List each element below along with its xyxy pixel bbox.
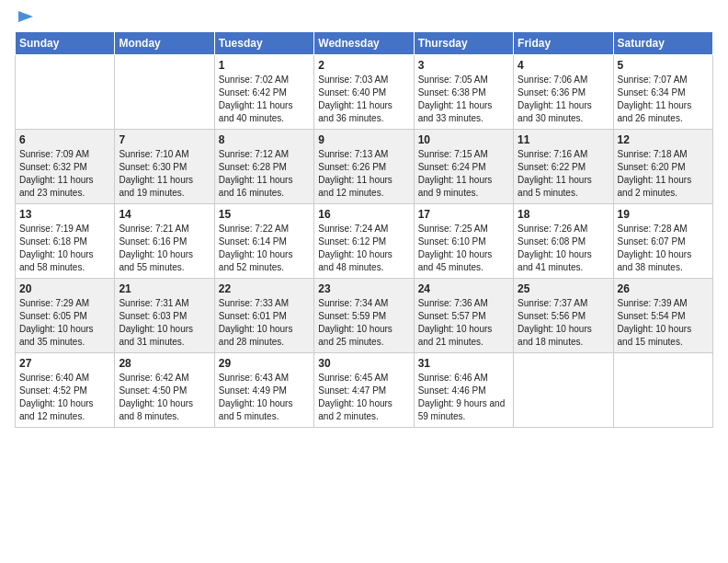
calendar-cell: 24Sunrise: 7:36 AM Sunset: 5:57 PM Dayli…: [414, 279, 513, 353]
day-number: 17: [418, 208, 509, 221]
calendar-cell: 11Sunrise: 7:16 AM Sunset: 6:22 PM Dayli…: [514, 130, 613, 204]
calendar-cell: [613, 353, 712, 428]
day-info: Sunrise: 6:40 AM Sunset: 4:52 PM Dayligh…: [19, 372, 110, 423]
day-info: Sunrise: 6:43 AM Sunset: 4:49 PM Dayligh…: [219, 372, 310, 423]
day-info: Sunrise: 7:02 AM Sunset: 6:42 PM Dayligh…: [219, 74, 310, 125]
calendar-cell: [16, 55, 115, 130]
weekday-header-wednesday: Wednesday: [314, 32, 414, 55]
day-info: Sunrise: 7:36 AM Sunset: 5:57 PM Dayligh…: [418, 297, 509, 349]
weekday-row: SundayMondayTuesdayWednesdayThursdayFrid…: [16, 32, 713, 55]
day-number: 31: [418, 357, 509, 370]
day-number: 18: [518, 208, 609, 221]
day-info: Sunrise: 7:12 AM Sunset: 6:28 PM Dayligh…: [219, 148, 310, 200]
day-number: 15: [219, 208, 310, 221]
day-number: 7: [119, 133, 210, 146]
calendar-week-row: 27Sunrise: 6:40 AM Sunset: 4:52 PM Dayli…: [16, 353, 713, 428]
calendar-cell: 31Sunrise: 6:46 AM Sunset: 4:46 PM Dayli…: [414, 353, 513, 428]
calendar-cell: 27Sunrise: 6:40 AM Sunset: 4:52 PM Dayli…: [16, 353, 115, 428]
day-info: Sunrise: 7:21 AM Sunset: 6:16 PM Dayligh…: [119, 223, 210, 274]
day-info: Sunrise: 7:29 AM Sunset: 6:05 PM Dayligh…: [19, 297, 110, 349]
day-number: 4: [518, 59, 609, 72]
day-info: Sunrise: 6:42 AM Sunset: 4:50 PM Dayligh…: [119, 372, 210, 423]
calendar-cell: 26Sunrise: 7:39 AM Sunset: 5:54 PM Dayli…: [613, 279, 712, 353]
weekday-header-monday: Monday: [115, 32, 214, 55]
day-info: Sunrise: 7:33 AM Sunset: 6:01 PM Dayligh…: [219, 297, 310, 349]
day-info: Sunrise: 7:31 AM Sunset: 6:03 PM Dayligh…: [119, 297, 210, 349]
weekday-header-friday: Friday: [514, 32, 613, 55]
day-number: 8: [219, 133, 310, 146]
calendar-cell: 5Sunrise: 7:07 AM Sunset: 6:34 PM Daylig…: [613, 55, 712, 130]
day-number: 24: [418, 282, 509, 295]
calendar-cell: 30Sunrise: 6:45 AM Sunset: 4:47 PM Dayli…: [314, 353, 414, 428]
day-info: Sunrise: 6:46 AM Sunset: 4:46 PM Dayligh…: [418, 372, 509, 423]
day-info: Sunrise: 7:39 AM Sunset: 5:54 PM Dayligh…: [618, 297, 709, 349]
svg-marker-0: [18, 11, 33, 22]
calendar-cell: 25Sunrise: 7:37 AM Sunset: 5:56 PM Dayli…: [514, 279, 613, 353]
calendar-cell: 12Sunrise: 7:18 AM Sunset: 6:20 PM Dayli…: [613, 130, 712, 204]
calendar-week-row: 6Sunrise: 7:09 AM Sunset: 6:32 PM Daylig…: [16, 130, 713, 204]
day-info: Sunrise: 7:05 AM Sunset: 6:38 PM Dayligh…: [418, 74, 509, 125]
day-number: 13: [19, 208, 110, 221]
calendar-cell: 13Sunrise: 7:19 AM Sunset: 6:18 PM Dayli…: [16, 204, 115, 279]
day-number: 21: [119, 282, 210, 295]
calendar-cell: 3Sunrise: 7:05 AM Sunset: 6:38 PM Daylig…: [414, 55, 513, 130]
day-info: Sunrise: 7:10 AM Sunset: 6:30 PM Dayligh…: [119, 148, 210, 200]
day-number: 9: [318, 133, 409, 146]
day-number: 29: [219, 357, 310, 370]
day-number: 10: [418, 133, 509, 146]
calendar-cell: 4Sunrise: 7:06 AM Sunset: 6:36 PM Daylig…: [514, 55, 613, 130]
day-info: Sunrise: 7:28 AM Sunset: 6:07 PM Dayligh…: [618, 223, 709, 274]
weekday-header-sunday: Sunday: [16, 32, 115, 55]
day-number: 16: [318, 208, 409, 221]
calendar-cell: 15Sunrise: 7:22 AM Sunset: 6:14 PM Dayli…: [214, 204, 313, 279]
day-info: Sunrise: 7:09 AM Sunset: 6:32 PM Dayligh…: [19, 148, 110, 200]
day-info: Sunrise: 7:07 AM Sunset: 6:34 PM Dayligh…: [618, 74, 709, 125]
day-info: Sunrise: 7:34 AM Sunset: 5:59 PM Dayligh…: [318, 297, 409, 349]
calendar-cell: 1Sunrise: 7:02 AM Sunset: 6:42 PM Daylig…: [214, 55, 313, 130]
calendar-cell: 22Sunrise: 7:33 AM Sunset: 6:01 PM Dayli…: [214, 279, 313, 353]
day-info: Sunrise: 7:19 AM Sunset: 6:18 PM Dayligh…: [19, 223, 110, 274]
calendar-cell: 21Sunrise: 7:31 AM Sunset: 6:03 PM Dayli…: [115, 279, 214, 353]
calendar-cell: 10Sunrise: 7:15 AM Sunset: 6:24 PM Dayli…: [414, 130, 513, 204]
calendar-cell: 7Sunrise: 7:10 AM Sunset: 6:30 PM Daylig…: [115, 130, 214, 204]
calendar-cell: 20Sunrise: 7:29 AM Sunset: 6:05 PM Dayli…: [16, 279, 115, 353]
day-info: Sunrise: 7:18 AM Sunset: 6:20 PM Dayligh…: [618, 148, 709, 200]
calendar-cell: 16Sunrise: 7:24 AM Sunset: 6:12 PM Dayli…: [314, 204, 414, 279]
calendar-cell: 28Sunrise: 6:42 AM Sunset: 4:50 PM Dayli…: [115, 353, 214, 428]
day-info: Sunrise: 7:24 AM Sunset: 6:12 PM Dayligh…: [318, 223, 409, 274]
day-number: 11: [518, 133, 609, 146]
calendar-cell: 29Sunrise: 6:43 AM Sunset: 4:49 PM Dayli…: [214, 353, 313, 428]
day-info: Sunrise: 7:15 AM Sunset: 6:24 PM Dayligh…: [418, 148, 509, 200]
calendar-cell: 2Sunrise: 7:03 AM Sunset: 6:40 PM Daylig…: [314, 55, 414, 130]
calendar-week-row: 13Sunrise: 7:19 AM Sunset: 6:18 PM Dayli…: [16, 204, 713, 279]
calendar-header: SundayMondayTuesdayWednesdayThursdayFrid…: [16, 32, 713, 55]
day-number: 30: [318, 357, 409, 370]
day-number: 5: [618, 59, 709, 72]
day-number: 23: [318, 282, 409, 295]
day-number: 3: [418, 59, 509, 72]
calendar-cell: [514, 353, 613, 428]
day-info: Sunrise: 7:06 AM Sunset: 6:36 PM Dayligh…: [518, 74, 609, 125]
day-info: Sunrise: 7:22 AM Sunset: 6:14 PM Dayligh…: [219, 223, 310, 274]
day-info: Sunrise: 7:03 AM Sunset: 6:40 PM Dayligh…: [318, 74, 409, 125]
day-number: 19: [618, 208, 709, 221]
calendar-cell: 14Sunrise: 7:21 AM Sunset: 6:16 PM Dayli…: [115, 204, 214, 279]
weekday-header-tuesday: Tuesday: [214, 32, 313, 55]
calendar-table: SundayMondayTuesdayWednesdayThursdayFrid…: [15, 31, 713, 428]
day-number: 27: [19, 357, 110, 370]
calendar-cell: 23Sunrise: 7:34 AM Sunset: 5:59 PM Dayli…: [314, 279, 414, 353]
calendar-cell: 19Sunrise: 7:28 AM Sunset: 6:07 PM Dayli…: [613, 204, 712, 279]
day-number: 6: [19, 133, 110, 146]
day-number: 28: [119, 357, 210, 370]
calendar-week-row: 1Sunrise: 7:02 AM Sunset: 6:42 PM Daylig…: [16, 55, 713, 130]
day-info: Sunrise: 6:45 AM Sunset: 4:47 PM Dayligh…: [318, 372, 409, 423]
day-number: 25: [518, 282, 609, 295]
calendar-body: 1Sunrise: 7:02 AM Sunset: 6:42 PM Daylig…: [16, 55, 713, 428]
weekday-header-saturday: Saturday: [613, 32, 712, 55]
calendar-cell: 6Sunrise: 7:09 AM Sunset: 6:32 PM Daylig…: [16, 130, 115, 204]
calendar-cell: 9Sunrise: 7:13 AM Sunset: 6:26 PM Daylig…: [314, 130, 414, 204]
calendar-cell: [115, 55, 214, 130]
logo-arrow-icon: [17, 7, 35, 26]
day-number: 22: [219, 282, 310, 295]
calendar-cell: 17Sunrise: 7:25 AM Sunset: 6:10 PM Dayli…: [414, 204, 513, 279]
